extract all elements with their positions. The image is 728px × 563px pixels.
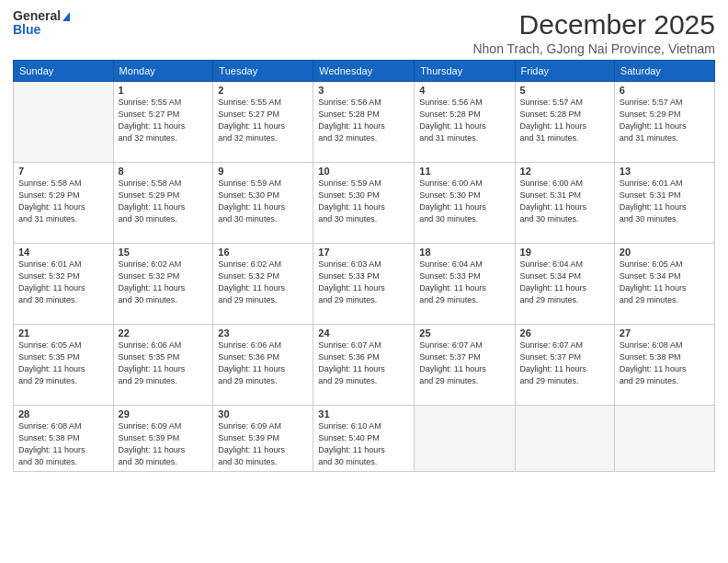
day-info: Sunrise: 5:55 AMSunset: 5:27 PMDaylight:…	[119, 97, 209, 144]
week-row-5: 28Sunrise: 6:08 AMSunset: 5:38 PMDayligh…	[14, 406, 715, 472]
calendar-cell: 5Sunrise: 5:57 AMSunset: 5:28 PMDaylight…	[515, 82, 614, 163]
day-info: Sunrise: 6:02 AMSunset: 5:32 PMDaylight:…	[119, 259, 209, 306]
day-info: Sunrise: 5:56 AMSunset: 5:28 PMDaylight:…	[318, 97, 409, 144]
calendar-cell: 19Sunrise: 6:04 AMSunset: 5:34 PMDayligh…	[515, 244, 614, 325]
day-info: Sunrise: 6:07 AMSunset: 5:36 PMDaylight:…	[318, 339, 409, 387]
day-info: Sunrise: 5:58 AMSunset: 5:29 PMDaylight:…	[18, 178, 108, 225]
day-number: 7	[18, 166, 108, 177]
day-info: Sunrise: 6:00 AMSunset: 5:30 PMDaylight:…	[419, 178, 509, 225]
calendar-cell: 26Sunrise: 6:07 AMSunset: 5:37 PMDayligh…	[515, 325, 614, 406]
calendar-cell: 1Sunrise: 5:55 AMSunset: 5:27 PMDaylight…	[113, 82, 213, 163]
day-number: 26	[520, 327, 609, 339]
calendar-cell: 28Sunrise: 6:08 AMSunset: 5:38 PMDayligh…	[14, 406, 114, 472]
day-number: 30	[218, 408, 308, 419]
day-number: 14	[18, 247, 108, 258]
day-number: 5	[520, 85, 609, 96]
calendar-cell: 13Sunrise: 6:01 AMSunset: 5:31 PMDayligh…	[614, 163, 714, 244]
day-number: 10	[318, 166, 409, 177]
title-block: December 2025 Nhon Trach, GJong Nai Prov…	[472, 9, 715, 56]
day-number: 6	[620, 85, 710, 96]
day-info: Sunrise: 6:01 AMSunset: 5:32 PMDaylight:…	[18, 259, 108, 306]
calendar-cell	[415, 406, 515, 472]
day-number: 20	[620, 247, 710, 258]
calendar-cell: 12Sunrise: 6:00 AMSunset: 5:31 PMDayligh…	[515, 163, 614, 244]
calendar-cell: 10Sunrise: 5:59 AMSunset: 5:30 PMDayligh…	[313, 163, 415, 244]
calendar-table: Sunday Monday Tuesday Wednesday Thursday…	[13, 60, 715, 472]
day-info: Sunrise: 6:07 AMSunset: 5:37 PMDaylight:…	[520, 339, 609, 387]
calendar-cell: 3Sunrise: 5:56 AMSunset: 5:28 PMDaylight…	[313, 82, 415, 163]
day-number: 15	[119, 247, 209, 258]
day-info: Sunrise: 6:08 AMSunset: 5:38 PMDaylight:…	[620, 339, 710, 387]
col-monday: Monday	[113, 61, 213, 82]
day-number: 29	[119, 408, 209, 419]
calendar-cell: 9Sunrise: 5:59 AMSunset: 5:30 PMDaylight…	[213, 163, 313, 244]
calendar-cell: 21Sunrise: 6:05 AMSunset: 5:35 PMDayligh…	[14, 325, 114, 406]
calendar-cell: 14Sunrise: 6:01 AMSunset: 5:32 PMDayligh…	[14, 244, 114, 325]
logo-general: General	[13, 9, 70, 23]
day-info: Sunrise: 6:06 AMSunset: 5:36 PMDaylight:…	[218, 339, 308, 387]
day-number: 13	[620, 166, 710, 177]
calendar-cell: 24Sunrise: 6:07 AMSunset: 5:36 PMDayligh…	[313, 325, 415, 406]
calendar-cell: 7Sunrise: 5:58 AMSunset: 5:29 PMDaylight…	[14, 163, 114, 244]
day-number: 12	[520, 166, 609, 177]
day-number: 24	[318, 327, 409, 339]
day-number: 16	[218, 247, 308, 258]
day-number: 18	[419, 247, 509, 258]
week-row-4: 21Sunrise: 6:05 AMSunset: 5:35 PMDayligh…	[14, 325, 715, 406]
calendar-cell: 17Sunrise: 6:03 AMSunset: 5:33 PMDayligh…	[313, 244, 415, 325]
calendar-cell: 18Sunrise: 6:04 AMSunset: 5:33 PMDayligh…	[415, 244, 515, 325]
location: Nhon Trach, GJong Nai Province, Vietnam	[472, 41, 715, 56]
day-info: Sunrise: 6:07 AMSunset: 5:37 PMDaylight:…	[419, 339, 509, 387]
day-number: 2	[218, 85, 308, 96]
day-info: Sunrise: 5:56 AMSunset: 5:28 PMDaylight:…	[419, 97, 509, 144]
calendar-cell	[614, 406, 714, 472]
day-number: 19	[520, 247, 609, 258]
calendar-cell: 8Sunrise: 5:58 AMSunset: 5:29 PMDaylight…	[113, 163, 213, 244]
calendar-cell: 22Sunrise: 6:06 AMSunset: 5:35 PMDayligh…	[113, 325, 213, 406]
day-number: 3	[318, 85, 409, 96]
day-info: Sunrise: 5:55 AMSunset: 5:27 PMDaylight:…	[218, 97, 308, 144]
day-info: Sunrise: 6:08 AMSunset: 5:38 PMDaylight:…	[18, 420, 108, 468]
col-wednesday: Wednesday	[313, 61, 415, 82]
day-info: Sunrise: 6:06 AMSunset: 5:35 PMDaylight:…	[119, 339, 209, 387]
calendar-header-row: Sunday Monday Tuesday Wednesday Thursday…	[14, 61, 715, 82]
calendar-cell: 27Sunrise: 6:08 AMSunset: 5:38 PMDayligh…	[614, 325, 714, 406]
day-number: 17	[318, 247, 409, 258]
calendar-cell: 29Sunrise: 6:09 AMSunset: 5:39 PMDayligh…	[113, 406, 213, 472]
day-number: 25	[419, 327, 509, 339]
day-info: Sunrise: 6:05 AMSunset: 5:34 PMDaylight:…	[620, 259, 710, 306]
day-number: 23	[218, 327, 308, 339]
day-info: Sunrise: 6:09 AMSunset: 5:39 PMDaylight:…	[218, 420, 308, 468]
col-tuesday: Tuesday	[213, 61, 313, 82]
page: General Blue December 2025 Nhon Trach, G…	[0, 0, 728, 563]
calendar-cell	[515, 406, 614, 472]
day-number: 1	[119, 85, 209, 96]
day-number: 31	[318, 408, 409, 419]
col-thursday: Thursday	[415, 61, 515, 82]
day-info: Sunrise: 5:57 AMSunset: 5:28 PMDaylight:…	[520, 97, 609, 144]
week-row-2: 7Sunrise: 5:58 AMSunset: 5:29 PMDaylight…	[14, 163, 715, 244]
day-number: 8	[119, 166, 209, 177]
day-number: 4	[419, 85, 509, 96]
calendar-cell: 15Sunrise: 6:02 AMSunset: 5:32 PMDayligh…	[113, 244, 213, 325]
day-info: Sunrise: 6:02 AMSunset: 5:32 PMDaylight:…	[218, 259, 308, 306]
day-info: Sunrise: 6:00 AMSunset: 5:31 PMDaylight:…	[520, 178, 609, 225]
col-friday: Friday	[515, 61, 614, 82]
calendar-cell: 25Sunrise: 6:07 AMSunset: 5:37 PMDayligh…	[415, 325, 515, 406]
logo-blue: Blue	[13, 23, 70, 37]
day-info: Sunrise: 6:04 AMSunset: 5:34 PMDaylight:…	[520, 259, 609, 306]
day-info: Sunrise: 6:01 AMSunset: 5:31 PMDaylight:…	[620, 178, 710, 225]
calendar-cell: 4Sunrise: 5:56 AMSunset: 5:28 PMDaylight…	[415, 82, 515, 163]
week-row-1: 1Sunrise: 5:55 AMSunset: 5:27 PMDaylight…	[14, 82, 715, 163]
day-number: 28	[18, 408, 108, 419]
col-saturday: Saturday	[614, 61, 714, 82]
logo: General Blue	[13, 9, 70, 38]
day-info: Sunrise: 6:05 AMSunset: 5:35 PMDaylight:…	[18, 339, 108, 387]
day-number: 9	[218, 166, 308, 177]
calendar-cell: 6Sunrise: 5:57 AMSunset: 5:29 PMDaylight…	[614, 82, 714, 163]
calendar-cell: 11Sunrise: 6:00 AMSunset: 5:30 PMDayligh…	[415, 163, 515, 244]
day-number: 11	[419, 166, 509, 177]
day-info: Sunrise: 6:04 AMSunset: 5:33 PMDaylight:…	[419, 259, 509, 306]
calendar-cell: 2Sunrise: 5:55 AMSunset: 5:27 PMDaylight…	[213, 82, 313, 163]
day-info: Sunrise: 5:58 AMSunset: 5:29 PMDaylight:…	[119, 178, 209, 225]
